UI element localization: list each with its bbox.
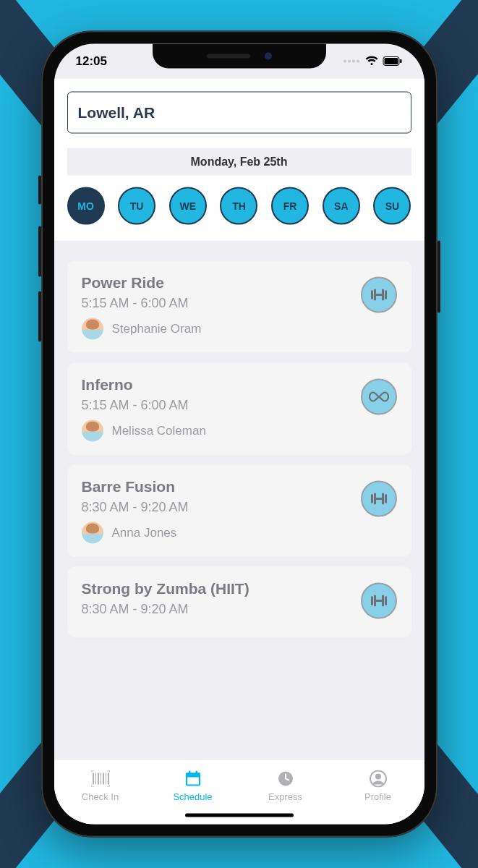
day-mo[interactable]: MO [67, 187, 105, 225]
svg-rect-10 [385, 291, 387, 299]
tab-label: Express [268, 791, 302, 802]
svg-rect-8 [376, 294, 382, 296]
class-card[interactable]: Inferno 5:15 AM - 6:00 AM Melissa Colema… [67, 363, 411, 455]
svg-rect-19 [382, 595, 384, 607]
day-sa[interactable]: SA [323, 187, 360, 225]
svg-rect-14 [382, 493, 384, 505]
instructor-name: Anna Jones [112, 526, 177, 540]
class-time: 5:15 AM - 6:00 AM [82, 296, 397, 311]
class-time: 5:15 AM - 6:00 AM [82, 398, 397, 413]
class-title: Inferno [82, 376, 397, 393]
tab-check-in[interactable]: Check In [54, 760, 147, 812]
svg-rect-15 [385, 495, 387, 503]
svg-rect-4 [384, 58, 398, 64]
class-list[interactable]: Power Ride 5:15 AM - 6:00 AM Stephanie O… [54, 241, 424, 637]
instructor-row: Anna Jones [82, 522, 397, 544]
screen: 12:05 Lowell, AR Monday, Feb 25th MO [54, 44, 424, 825]
location-selector[interactable]: Lowell, AR [67, 92, 411, 134]
svg-rect-7 [374, 289, 376, 301]
svg-rect-24 [101, 773, 101, 785]
class-title: Strong by Zumba (HIIT) [82, 580, 397, 597]
location-value: Lowell, AR [78, 104, 155, 121]
svg-rect-22 [95, 773, 96, 785]
class-card[interactable]: Power Ride 5:15 AM - 6:00 AM Stephanie O… [67, 261, 411, 353]
class-time: 8:30 AM - 9:20 AM [82, 500, 397, 515]
svg-rect-32 [195, 771, 197, 775]
profile-icon [370, 770, 387, 788]
avatar-icon [82, 522, 103, 544]
svg-point-35 [375, 774, 381, 780]
svg-rect-23 [98, 773, 99, 785]
barcode-icon [91, 770, 110, 788]
instructor-name: Stephanie Oram [112, 322, 202, 336]
day-tu[interactable]: TU [118, 187, 155, 225]
class-time: 8:30 AM - 9:20 AM [82, 602, 397, 617]
svg-rect-18 [376, 600, 382, 602]
class-card[interactable]: Strong by Zumba (HIIT) 8:30 AM - 9:20 AM [67, 567, 411, 637]
svg-rect-26 [106, 773, 106, 785]
tab-profile[interactable]: Profile [332, 760, 424, 812]
date-label[interactable]: Monday, Feb 25th [67, 148, 411, 176]
svg-rect-27 [108, 773, 109, 785]
svg-rect-6 [371, 291, 373, 299]
svg-rect-5 [400, 59, 402, 63]
svg-rect-31 [189, 771, 191, 775]
class-card[interactable]: Barre Fusion 8:30 AM - 9:20 AM Anna Jone… [67, 465, 411, 557]
instructor-row: Melissa Coleman [82, 420, 397, 442]
signal-dots-icon [343, 60, 359, 63]
class-title: Barre Fusion [82, 478, 397, 495]
avatar-icon [82, 420, 103, 442]
day-su[interactable]: SU [373, 187, 411, 225]
day-th[interactable]: TH [220, 187, 257, 225]
clock-icon [277, 770, 294, 788]
svg-rect-17 [374, 595, 376, 607]
status-time: 12:05 [76, 54, 107, 69]
svg-rect-12 [374, 493, 376, 505]
svg-rect-30 [187, 778, 199, 785]
svg-rect-13 [376, 498, 382, 500]
dumbbell-icon[interactable] [361, 481, 397, 517]
svg-rect-25 [103, 773, 104, 785]
day-selector: MO TU WE TH FR SA SU [67, 176, 411, 225]
wifi-icon [365, 56, 378, 67]
svg-rect-16 [371, 597, 373, 605]
day-fr[interactable]: FR [271, 187, 309, 225]
schedule-header: Lowell, AR Monday, Feb 25th MO TU WE TH … [54, 79, 424, 241]
tab-label: Check In [82, 791, 119, 802]
svg-rect-20 [385, 597, 387, 605]
tab-label: Profile [364, 791, 391, 802]
class-title: Power Ride [82, 274, 397, 292]
home-indicator[interactable] [185, 814, 294, 817]
instructor-row: Stephanie Oram [82, 318, 397, 340]
tab-label: Schedule [173, 791, 212, 802]
infinity-icon[interactable] [361, 379, 397, 415]
dumbbell-icon[interactable] [361, 583, 397, 619]
svg-rect-9 [382, 289, 384, 301]
avatar-icon [82, 318, 103, 340]
calendar-icon [184, 770, 202, 788]
dumbbell-icon[interactable] [361, 277, 397, 313]
svg-rect-11 [371, 495, 373, 503]
phone-frame: 12:05 Lowell, AR Monday, Feb 25th MO [41, 31, 438, 838]
battery-icon [383, 56, 403, 67]
tab-express[interactable]: Express [239, 760, 332, 812]
day-we[interactable]: WE [169, 187, 207, 225]
notch [153, 44, 326, 69]
tab-schedule[interactable]: Schedule [147, 760, 239, 812]
svg-rect-29 [186, 773, 200, 777]
instructor-name: Melissa Coleman [112, 424, 206, 438]
svg-rect-21 [93, 773, 94, 785]
